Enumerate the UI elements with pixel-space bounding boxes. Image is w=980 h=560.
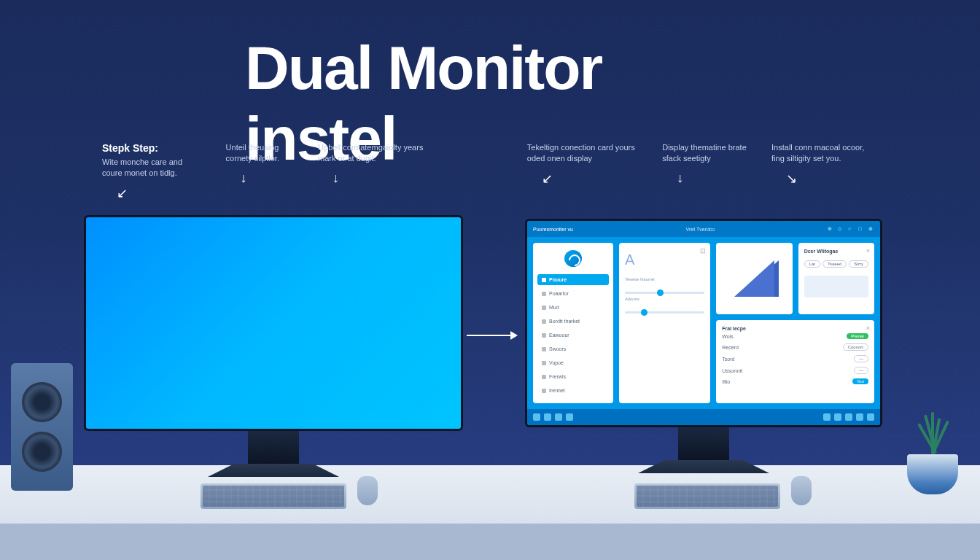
step-text: Upbell comtatemgaiolty years mark or at … — [318, 142, 425, 165]
close-icon[interactable]: ⊡ — [700, 247, 706, 254]
sidebar-item[interactable]: Frerwls — [537, 371, 609, 382]
row-label: Illto — [722, 379, 730, 384]
steps-row: Stepk Step: Wite monche care and coure m… — [0, 142, 980, 201]
sidebar-item-label: Swoors — [549, 346, 566, 351]
arrow-right-icon — [467, 328, 518, 346]
status-badge: Prenet — [847, 333, 868, 339]
taskbar-icon[interactable] — [566, 413, 573, 421]
sidebar-item-label: Mud — [549, 305, 559, 310]
arrow-right-icon — [467, 328, 518, 343]
triangle-icon — [734, 260, 774, 297]
sidebar-item-label: Bordtt tharket — [549, 319, 580, 324]
step-5: Display thematine brate sfack seetigty ↓ — [662, 142, 750, 201]
window-icon[interactable]: ○ — [848, 226, 854, 232]
close-icon[interactable]: × — [866, 324, 870, 332]
sidebar-item-label: Irennet — [549, 388, 565, 393]
row-value: — — [854, 367, 868, 374]
window-icon[interactable]: ⊗ — [868, 226, 874, 232]
step-text: Display thematine brate sfack seetigty — [662, 142, 750, 165]
pill-button[interactable]: Strry — [849, 260, 868, 268]
taskbar — [527, 409, 880, 425]
window-icon[interactable]: □ — [858, 226, 864, 232]
step-6: Install conn macoal ocoor, fing siltigit… — [771, 142, 878, 201]
slider[interactable] — [625, 311, 704, 314]
sidebar-item[interactable]: Eawoour — [537, 330, 609, 341]
step-2: Unteil theusing cornety silptlor. ↓ — [226, 142, 296, 201]
slider-label: Tesette Naorrel — [625, 277, 704, 281]
taskbar-icon[interactable] — [544, 413, 551, 421]
taskbar-icon[interactable] — [834, 413, 841, 421]
taskbar-icon[interactable] — [856, 413, 863, 421]
window-icon[interactable]: ◇ — [838, 226, 844, 232]
close-icon[interactable]: × — [866, 247, 870, 254]
step-text: Unteil theusing cornety silptlor. — [226, 142, 296, 165]
card-list: × Fral lecpe WolsPrenet RecerdCoouort Ts… — [716, 320, 874, 403]
app-title: Puoresmoniter vu — [533, 227, 573, 232]
card-actions: × Dcer Wlitogae LatTsoeedStrry — [798, 243, 874, 314]
speaker-cone-icon — [22, 382, 62, 422]
taskbar-icon[interactable] — [823, 413, 831, 421]
step-4: Tekeltign conection card yours oded onen… — [527, 142, 640, 201]
monitor-left: vu — [84, 215, 463, 477]
app-body: Pouure Poaartor Mud Bordtt tharket Eawoo… — [527, 237, 880, 409]
sidebar-item[interactable]: Bordtt tharket — [537, 316, 609, 327]
pill-button[interactable]: Tsoeed — [822, 260, 847, 268]
svg-marker-1 — [510, 331, 518, 340]
speaker — [11, 363, 73, 491]
monitor-right: Puoresmoniter vu Vret Tverdco ⊕ ◇ ○ □ ⊗ … — [525, 219, 882, 473]
taskbar-icon[interactable] — [867, 413, 874, 421]
sidebar-item-label: Eawoour — [549, 332, 569, 338]
screen-app: Puoresmoniter vu Vret Tverdco ⊕ ◇ ○ □ ⊗ … — [527, 221, 880, 425]
sidebar-item-label: Vupoe — [549, 360, 564, 365]
monitor-bezel: vu — [84, 215, 463, 431]
plant — [907, 411, 958, 494]
plant-pot-icon — [907, 454, 958, 494]
arrow-down-icon: ↙ — [117, 185, 128, 201]
step-1: Stepk Step: Wite monche care and coure m… — [102, 142, 204, 201]
slider-label: Atloons — [625, 297, 704, 301]
step-text: Wite monche care and coure monet on tidl… — [102, 157, 204, 179]
monitor-stand — [525, 427, 882, 473]
step-text: Tekeltign conection card yours oded onen… — [527, 142, 640, 165]
taskbar-icon[interactable] — [845, 413, 852, 421]
sidebar-item-label: Poaartor — [549, 291, 569, 296]
sidebar-item[interactable]: Irennet — [537, 385, 609, 396]
sidebar-item-active[interactable]: Pouure — [537, 274, 609, 285]
sidebar-item[interactable]: Poaartor — [537, 288, 609, 299]
slider[interactable] — [625, 292, 704, 294]
card-title: Dcer Wlitogae — [804, 249, 868, 254]
taskbar-icon[interactable] — [555, 413, 562, 421]
step-text: Install conn macoal ocoor, fing siltigit… — [771, 142, 878, 165]
sidebar-item[interactable]: Mud — [537, 302, 609, 313]
card-chart — [716, 243, 792, 314]
keyboard — [201, 483, 346, 509]
mouse — [791, 476, 812, 505]
desk-edge — [0, 524, 980, 560]
arrow-down-icon: ↙ — [542, 171, 553, 187]
taskbar-right — [823, 413, 874, 421]
card-title: Fral lecpe — [722, 326, 868, 331]
row-label: Tsord — [722, 357, 734, 362]
window-icon[interactable]: ⊕ — [828, 226, 833, 232]
row-value: — — [854, 355, 868, 362]
action-button[interactable]: Yon — [852, 378, 868, 384]
monitor-stand — [84, 431, 463, 477]
avatar-icon — [564, 250, 582, 267]
app-titlebar: Puoresmoniter vu Vret Tverdco ⊕ ◇ ○ □ ⊗ — [527, 221, 880, 237]
screen-blank — [86, 217, 461, 429]
arrow-down-icon: ↓ — [241, 171, 247, 186]
card-big-letter: A — [625, 252, 704, 268]
sidebar-item-label: Pouure — [549, 277, 567, 282]
step-3: Upbell comtatemgaiolty years mark or at … — [318, 142, 425, 201]
pill-button[interactable]: Lat — [804, 260, 820, 268]
row-label: Recerd — [722, 345, 739, 350]
taskbar-icon[interactable] — [533, 413, 540, 421]
titlebar-icons: ⊕ ◇ ○ □ ⊗ — [828, 226, 874, 232]
content-block — [804, 276, 868, 298]
sidebar-item[interactable]: Vupoe — [537, 357, 609, 368]
mouse — [357, 476, 378, 505]
arrow-down-icon: ↓ — [677, 171, 683, 186]
monitor-bezel: Puoresmoniter vu Vret Tverdco ⊕ ◇ ○ □ ⊗ … — [525, 219, 882, 427]
step-title: Stepk Step: — [102, 142, 158, 154]
sidebar-item[interactable]: Swoors — [537, 343, 609, 354]
